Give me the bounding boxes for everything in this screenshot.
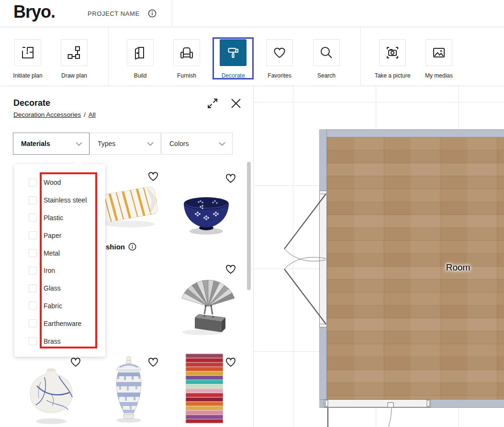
app-window: Bryo. PROJECT NAME Initiate plan Draw pl…	[0, 0, 504, 427]
favorite-heart-icon[interactable]	[69, 356, 82, 368]
favorite-heart-icon[interactable]	[224, 263, 237, 275]
filter-types-dropdown[interactable]: Types	[90, 133, 161, 155]
panel-title: Decorate	[13, 98, 50, 108]
material-option-plastic[interactable]: Plastic	[14, 209, 105, 227]
material-option-paper[interactable]: Paper	[14, 226, 105, 244]
toolbar-divider	[360, 27, 361, 86]
gridline	[254, 102, 504, 102]
tool-label: Favorites	[253, 72, 306, 79]
product-card-fan-sculpture[interactable]	[171, 259, 242, 345]
material-option-brass[interactable]: Brass	[14, 332, 105, 350]
product-card-bowl[interactable]	[171, 169, 242, 252]
project-name-label: PROJECT NAME	[88, 10, 140, 17]
tool-label: Build	[114, 72, 167, 79]
product-info-icon[interactable]	[128, 243, 136, 251]
breadcrumb-separator: /	[84, 111, 86, 118]
tool-label: My medias	[413, 72, 465, 79]
tool-decorate[interactable]: Decorate	[207, 39, 259, 79]
breadcrumb-link-all[interactable]: All	[89, 111, 96, 118]
wall-bottom	[319, 399, 504, 408]
tool-take-a-picture[interactable]: Take a picture	[366, 39, 419, 79]
material-option-wood[interactable]: Wood	[14, 174, 105, 191]
favorite-heart-icon[interactable]	[147, 170, 159, 182]
material-checkbox[interactable]	[29, 302, 37, 310]
filter-label: Materials	[21, 140, 50, 147]
floor-plan-icon	[20, 45, 35, 60]
material-option-fabric[interactable]: Fabric	[14, 297, 105, 315]
gridline	[254, 185, 504, 186]
search-icon	[319, 45, 334, 60]
room-label: Room	[434, 262, 482, 273]
app-header: Bryo. PROJECT NAME	[0, 0, 504, 27]
window	[324, 399, 431, 407]
camera-icon	[385, 45, 400, 60]
tool-search[interactable]: Search	[300, 39, 353, 79]
favorite-heart-icon[interactable]	[224, 356, 237, 368]
plan-canvas[interactable]: Room	[254, 86, 504, 427]
wall-left	[319, 129, 327, 191]
product-card-marble-vase[interactable]	[16, 352, 87, 427]
gridline	[254, 269, 504, 269]
product-card-blue-jar[interactable]	[93, 352, 164, 427]
tool-initiate-plan[interactable]: Initiate plan	[1, 39, 54, 79]
tool-label: Initiate plan	[1, 72, 54, 79]
tool-label: Take a picture	[366, 72, 419, 79]
close-icon[interactable]	[229, 97, 243, 110]
chevron-down-icon	[219, 142, 225, 146]
material-checkbox[interactable]	[29, 267, 37, 275]
heart-icon	[272, 45, 287, 60]
app-logo: Bryo.	[13, 2, 55, 22]
tool-label: Search	[300, 72, 353, 79]
material-checkbox[interactable]	[29, 319, 37, 327]
tool-my-medias[interactable]: My medias	[413, 39, 465, 79]
gridline	[376, 86, 376, 427]
paint-roller-icon	[225, 45, 241, 60]
wall-top	[319, 129, 504, 137]
panel-scrollbar[interactable]	[247, 162, 251, 290]
breadcrumb-link-decoration-accessories[interactable]: Decoration Accessories	[13, 111, 81, 118]
door-symbols	[254, 86, 504, 427]
tool-label: Decorate	[207, 72, 259, 79]
material-checkbox[interactable]	[29, 179, 37, 187]
material-option-iron[interactable]: Iron	[14, 262, 105, 280]
filter-colors-dropdown[interactable]: Colors	[161, 133, 233, 155]
breadcrumb: Decoration Accessories/All	[13, 111, 96, 118]
material-checkbox[interactable]	[29, 214, 37, 222]
door-icon	[133, 45, 148, 60]
decorate-panel: Decorate Decoration Accessories/All Mate…	[0, 86, 254, 427]
chevron-down-icon	[76, 142, 82, 146]
product-card-striped-rug[interactable]	[171, 352, 242, 427]
armchair-icon	[179, 45, 194, 60]
header-divider	[172, 0, 172, 27]
material-option-glass[interactable]: Glass	[14, 280, 105, 297]
tool-build[interactable]: Build	[114, 39, 167, 79]
material-option-metal[interactable]: Metal	[14, 244, 105, 262]
material-option-stainless-steel[interactable]: Stainless steel	[14, 191, 105, 209]
favorite-heart-icon[interactable]	[147, 356, 159, 368]
wall-left	[319, 327, 327, 408]
dropdown-notch	[73, 159, 83, 164]
materials-dropdown-popover: Wood Stainless steel Plastic Paper Metal…	[14, 164, 105, 357]
image-icon	[431, 45, 447, 60]
tool-favorites[interactable]: Favorites	[253, 39, 306, 79]
material-checkbox[interactable]	[29, 249, 37, 257]
material-checkbox[interactable]	[29, 231, 37, 239]
tool-furnish[interactable]: Furnish	[160, 39, 213, 79]
favorite-heart-icon[interactable]	[224, 172, 237, 184]
material-checkbox[interactable]	[29, 196, 37, 204]
filter-label: Colors	[169, 140, 189, 147]
chevron-down-icon	[147, 142, 154, 146]
door-frame	[319, 191, 327, 327]
tool-draw-plan[interactable]: Draw plan	[48, 39, 101, 79]
polyline-icon	[67, 45, 82, 60]
filter-materials-dropdown[interactable]: Materials	[13, 133, 90, 155]
material-checkbox[interactable]	[29, 337, 37, 345]
tool-label: Draw plan	[48, 72, 101, 79]
materials-option-list: Wood Stainless steel Plastic Paper Metal…	[14, 174, 105, 350]
material-checkbox[interactable]	[29, 284, 37, 292]
filter-label: Types	[98, 140, 115, 147]
gridline	[254, 351, 504, 352]
project-info-icon[interactable]	[148, 9, 157, 18]
expand-icon[interactable]	[206, 97, 219, 110]
material-option-earthenware[interactable]: Earthenware	[14, 315, 105, 332]
